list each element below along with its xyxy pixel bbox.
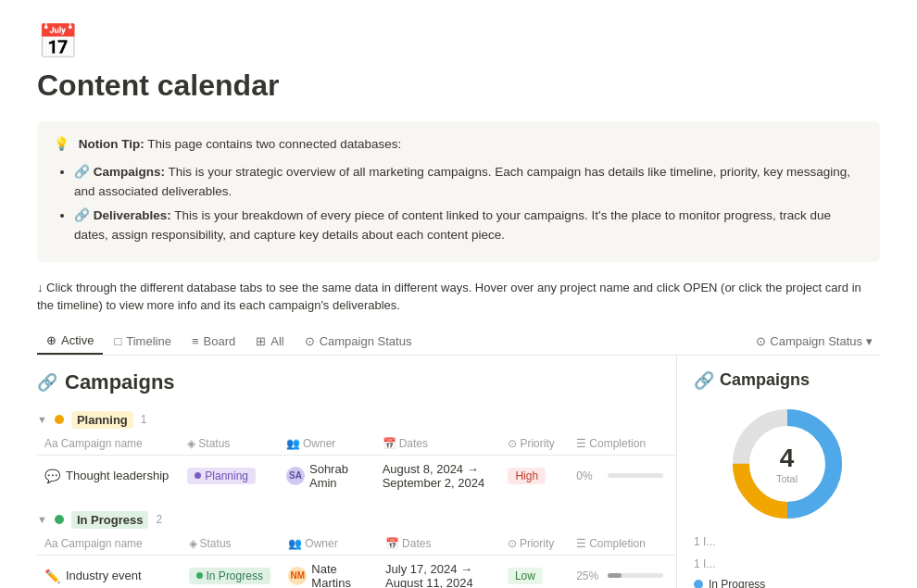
legend-inprogress: In Progress: [694, 578, 880, 588]
cell-industry-event-status: In Progress: [182, 555, 282, 588]
industry-event-label: Industry event: [66, 569, 142, 582]
tab-active-icon: ⊕: [46, 333, 57, 347]
donut-chart: 4 Total: [727, 404, 848, 524]
legend-inprogress-label: In Progress: [709, 578, 765, 588]
left-panel: 🔗 Campaigns ▼ Planning 1 AaCampaign name…: [37, 356, 676, 588]
cell-thought-leadership-completion: 0%: [569, 455, 676, 496]
cell-industry-event-priority: Low: [500, 555, 569, 588]
legend-wrap: In Progress: [694, 578, 880, 588]
tab-campaign-status-icon: ⊙: [305, 334, 315, 348]
th2-dates: 📅Dates: [378, 532, 500, 556]
donut-total-label: Total: [776, 473, 798, 484]
th-dates-icon: 📅: [383, 437, 396, 450]
campaigns-title: Campaigns: [65, 370, 175, 394]
th2-completion-icon: ☰: [576, 537, 586, 550]
th2-owner: 👥Owner: [281, 532, 378, 556]
tip-list: 🔗 Campaigns: This is your strategic over…: [74, 162, 863, 245]
nate-avatar: NM: [288, 567, 307, 585]
th2-owner-icon: 👥: [288, 537, 302, 550]
filter-campaign-status[interactable]: ⊙ Campaign Status ▾: [748, 331, 880, 352]
filter-label: Campaign Status: [770, 334, 862, 348]
sohrab-name: Sohrab Amin: [309, 462, 368, 490]
group-inprogress-dot: [55, 515, 64, 524]
right-group-inprogress-label: 1 I...: [694, 535, 880, 548]
name-cell: 💬 Thought leadership: [44, 469, 172, 483]
tip-header: 💡 Notion Tip: This page contains two con…: [54, 134, 863, 155]
cell-industry-event-name: ✏️ Industry event: [37, 555, 182, 588]
owner-cell: SA Sohrab Amin: [286, 462, 368, 490]
tab-timeline-icon: □: [114, 334, 121, 348]
cell-thought-leadership-priority: High: [500, 455, 569, 496]
th2-priority-icon: ⊙: [508, 537, 517, 550]
group-planning-dot: [55, 415, 64, 424]
tip-item-campaigns: 🔗 Campaigns: This is your strategic over…: [74, 162, 863, 202]
tip-box: 💡 Notion Tip: This page contains two con…: [37, 121, 880, 262]
tab-board-icon: ≡: [192, 334, 199, 348]
th-completion-icon: ☰: [576, 437, 586, 450]
donut-center: 4 Total: [776, 444, 798, 484]
group-inprogress[interactable]: ▼ In Progress 2: [37, 504, 676, 532]
tip-deliverables-label: Deliverables:: [94, 208, 171, 222]
tip-campaigns-label: Campaigns:: [94, 165, 165, 179]
priority-badge-low: Low: [508, 568, 543, 584]
progress-bar-bg: [608, 473, 663, 478]
page-container: 📅 Content calendar 💡 Notion Tip: This pa…: [0, 0, 917, 588]
table-row[interactable]: ✏️ Industry event In Progress: [37, 555, 676, 588]
thought-leadership-label: Thought leadership: [66, 469, 169, 482]
tab-all-label: All: [270, 334, 283, 348]
completion-wrap-industry: 25%: [576, 569, 669, 582]
completion-wrap: 0%: [576, 469, 669, 482]
campaigns-heading: 🔗 Campaigns: [37, 356, 676, 404]
group-planning-label: Planning: [71, 411, 133, 429]
right-campaigns-title: 🔗 Campaigns: [694, 370, 880, 391]
table-row[interactable]: 💬 Thought leadership Planning: [37, 455, 676, 496]
open-badge: OPEN: [684, 281, 718, 294]
group-planning-arrow: ▼: [37, 414, 47, 425]
industry-event-icon: ✏️: [44, 569, 60, 583]
nate-name: Nate Martins: [311, 562, 371, 588]
sohrab-avatar: SA: [286, 467, 305, 485]
completion-pct-industry: 25%: [576, 569, 602, 582]
legend-inprogress-dot: [694, 580, 703, 588]
completion-pct: 0%: [576, 469, 602, 482]
th2-completion: ☰Completion: [569, 532, 676, 556]
cell-industry-event-dates: July 17, 2024 → August 11, 2024: [378, 555, 500, 588]
planning-badge-dot: [195, 472, 201, 479]
tip-prefix: Notion Tip:: [79, 137, 144, 151]
priority-badge-high: High: [508, 468, 546, 484]
tab-all[interactable]: ⊞ All: [246, 329, 293, 354]
tab-active-label: Active: [61, 333, 94, 347]
filter-chevron-icon: ▾: [866, 334, 873, 348]
th-priority-icon: ⊙: [508, 437, 517, 450]
tab-timeline[interactable]: □ Timeline: [105, 329, 181, 354]
status-badge-inprogress: In Progress: [189, 568, 270, 584]
th-owner-icon: 👥: [286, 437, 300, 450]
th-completion: ☰Completion: [569, 432, 676, 456]
planning-header-row: AaCampaign name ◈Status 👥Owner 📅Dates ⊙P…: [37, 432, 676, 456]
right-campaigns-icon: 🔗: [694, 370, 714, 391]
group-inprogress-label: In Progress: [71, 511, 149, 529]
tip-text: This page contains two connected databas…: [147, 137, 401, 151]
tab-campaign-status[interactable]: ⊙ Campaign Status: [295, 329, 421, 354]
owner-cell-nate: NM Nate Martins: [288, 562, 371, 588]
th2-campaign-name: AaCampaign name: [37, 532, 182, 556]
name-cell-industry: ✏️ Industry event: [44, 569, 174, 583]
planning-table: AaCampaign name ◈Status 👥Owner 📅Dates ⊙P…: [37, 432, 676, 496]
tab-active[interactable]: ⊕ Active: [37, 328, 103, 355]
tip-campaigns-icon: 🔗: [74, 165, 90, 179]
cell-thought-leadership-owner: SA Sohrab Amin: [279, 455, 375, 496]
tab-board[interactable]: ≡ Board: [182, 329, 245, 354]
th2-dates-icon: 📅: [385, 537, 399, 550]
th2-status: ◈Status: [182, 532, 282, 556]
inprogress-badge-dot: [196, 572, 203, 579]
group-planning[interactable]: ▼ Planning 1: [37, 404, 676, 432]
progress-bar-fill-industry: [608, 573, 622, 578]
right-panel: 🔗 Campaigns 4 Total 1 I...: [676, 356, 880, 588]
tip-item-deliverables: 🔗 Deliverables: This is your breakdown o…: [74, 206, 863, 245]
cell-thought-leadership-dates: August 8, 2024 → September 2, 2024: [375, 455, 501, 496]
th-name-icon: Aa: [44, 437, 58, 450]
donut-number: 4: [776, 444, 798, 473]
tab-campaign-status-label: Campaign Status: [320, 334, 412, 348]
tab-all-icon: ⊞: [256, 334, 266, 348]
tip-deliverables-icon: 🔗: [74, 208, 90, 222]
